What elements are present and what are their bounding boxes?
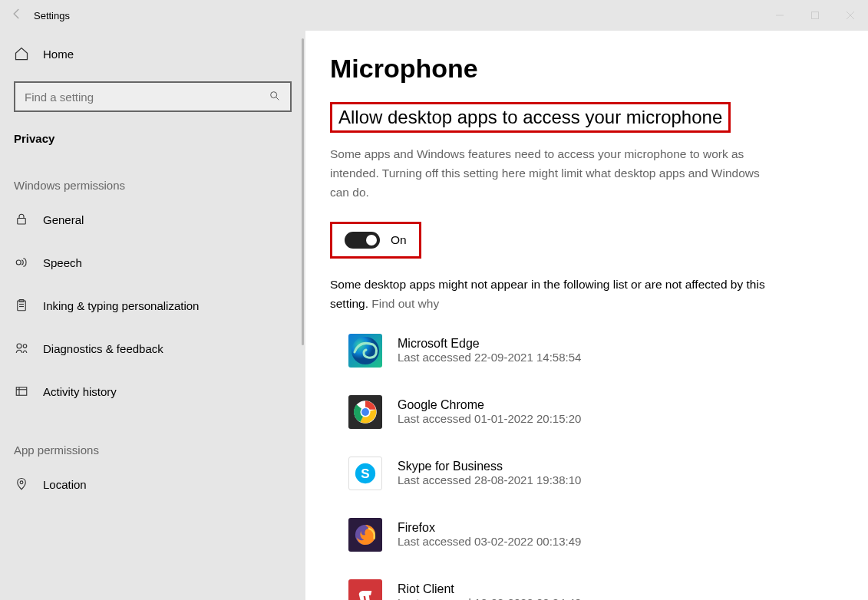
sidebar-item-label: General: [43, 213, 84, 226]
svg-rect-1: [812, 12, 819, 19]
sidebar-item-label: Diagnostics & feedback: [43, 342, 163, 355]
app-row-chrome: Google Chrome Last accessed 01-01-2022 2…: [348, 395, 868, 429]
app-row-edge: Microsoft Edge Last accessed 22-09-2021 …: [348, 334, 868, 368]
app-row-skype: S Skype for Business Last accessed 28-08…: [348, 457, 868, 490]
svg-rect-12: [16, 387, 27, 396]
section-heading-allow-desktop: Allow desktop apps to access your microp…: [330, 102, 731, 133]
toggle-state-label: On: [391, 233, 407, 247]
app-name: Firefox: [398, 521, 581, 535]
svg-point-15: [20, 481, 23, 484]
app-last-accessed: Last accessed 03-02-2022 00:13:49: [398, 535, 581, 548]
svg-point-11: [23, 345, 27, 348]
toggle-desktop-microphone[interactable]: On: [330, 222, 421, 259]
app-name: Riot Client: [398, 582, 581, 596]
activity-icon: [14, 384, 29, 399]
sidebar-item-label: Activity history: [43, 385, 117, 398]
toggle-switch[interactable]: [345, 232, 380, 249]
sidebar-section-label: Privacy: [14, 132, 292, 145]
app-name: Google Chrome: [398, 398, 581, 412]
svg-rect-4: [18, 219, 26, 225]
page-title: Microphone: [330, 54, 868, 84]
section-note: Some desktop apps might not appear in th…: [330, 275, 767, 314]
feedback-icon: [14, 341, 29, 356]
svg-point-10: [17, 344, 21, 348]
search-icon: [269, 90, 281, 104]
close-button[interactable]: [833, 0, 868, 31]
sidebar-item-label: Location: [43, 478, 87, 491]
search-input[interactable]: [25, 91, 256, 104]
home-icon: [14, 46, 29, 61]
app-last-accessed: Last accessed 12-02-2022 02:24:42: [398, 596, 581, 600]
sidebar-item-location[interactable]: Location: [14, 466, 292, 503]
app-name: Microsoft Edge: [398, 337, 581, 351]
app-last-accessed: Last accessed 01-01-2022 20:15:20: [398, 412, 581, 425]
app-last-accessed: Last accessed 22-09-2021 14:58:54: [398, 351, 581, 364]
find-out-why-link[interactable]: Find out why: [371, 297, 439, 310]
section-description: Some apps and Windows features need to a…: [330, 145, 767, 202]
desktop-apps-list: Microsoft Edge Last accessed 22-09-2021 …: [330, 334, 868, 600]
app-row-riot: Riot Client Last accessed 12-02-2022 02:…: [348, 579, 868, 600]
clipboard-icon: [14, 298, 29, 313]
sidebar-item-general[interactable]: General: [14, 201, 292, 238]
title-bar: Settings: [0, 0, 868, 31]
maximize-button[interactable]: [797, 0, 833, 31]
sidebar-home-label: Home: [43, 48, 74, 61]
app-row-firefox: Firefox Last accessed 03-02-2022 00:13:4…: [348, 518, 868, 552]
location-icon: [14, 476, 29, 492]
minimize-button[interactable]: [762, 0, 797, 31]
sidebar-item-speech[interactable]: Speech: [14, 244, 292, 281]
sidebar-group-windows: Windows permissions: [14, 179, 292, 192]
sidebar-group-app: App permissions: [14, 443, 292, 457]
svg-point-19: [361, 408, 369, 416]
sidebar-item-inking[interactable]: Inking & typing personalization: [14, 287, 292, 324]
svg-text:S: S: [361, 466, 369, 481]
window-title: Settings: [34, 10, 70, 21]
firefox-icon: [348, 518, 382, 552]
sidebar-home[interactable]: Home: [14, 35, 292, 72]
content-pane: Microphone Allow desktop apps to access …: [305, 31, 868, 600]
riot-icon: [348, 579, 382, 600]
lock-icon: [14, 212, 29, 227]
app-last-accessed: Last accessed 28-08-2021 19:38:10: [398, 473, 581, 486]
sidebar-item-diagnostics[interactable]: Diagnostics & feedback: [14, 330, 292, 367]
skype-icon: S: [348, 457, 382, 490]
svg-point-2: [271, 91, 277, 97]
sidebar-item-label: Speech: [43, 256, 82, 269]
sidebar-item-label: Inking & typing personalization: [43, 299, 199, 312]
sidebar-search[interactable]: [14, 81, 292, 112]
edge-icon: [348, 334, 382, 368]
sidebar: Home Privacy Windows permissions General…: [0, 31, 305, 600]
back-button[interactable]: [0, 7, 34, 25]
sidebar-item-activity[interactable]: Activity history: [14, 373, 292, 410]
svg-point-5: [16, 260, 21, 265]
speech-icon: [14, 255, 29, 270]
chrome-icon: [348, 395, 382, 429]
sidebar-scrollbar[interactable]: [302, 38, 304, 345]
app-name: Skype for Business: [398, 460, 581, 473]
svg-line-3: [276, 97, 279, 100]
